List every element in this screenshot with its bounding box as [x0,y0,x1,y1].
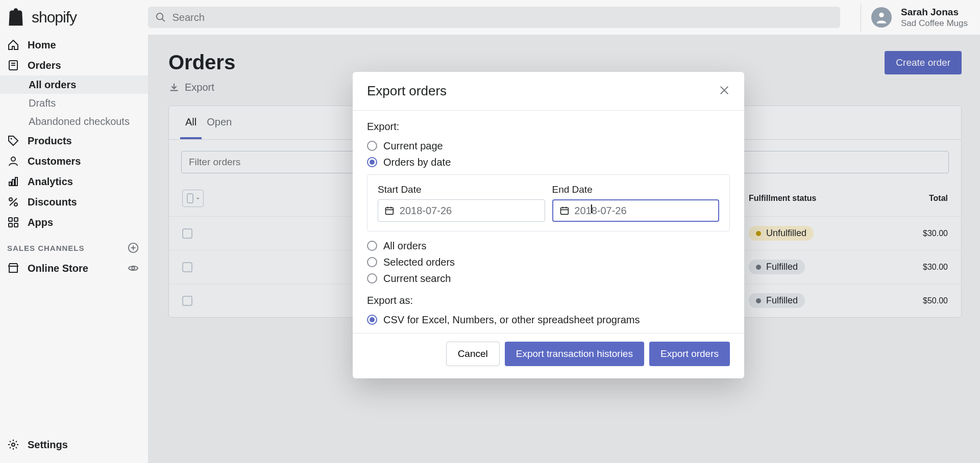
radio-icon [367,315,377,325]
svg-point-0 [157,13,163,20]
text-cursor-icon: I [590,202,594,216]
logo[interactable]: shopify [0,0,148,35]
avatar [871,7,892,28]
svg-line-13 [10,198,17,205]
sales-channels-label: SALES CHANNELS [7,244,85,252]
svg-rect-10 [15,177,17,186]
sidebar-item-discounts[interactable]: Discounts [0,192,148,212]
svg-rect-15 [14,218,18,221]
radio-icon [367,241,377,251]
sidebar-label: Settings [28,439,68,451]
radio-icon [367,141,377,151]
sidebar-item-orders[interactable]: Orders [0,55,148,75]
topbar-divider [861,3,861,32]
export-orders-modal: Export orders Export: Current page Order… [353,72,744,378]
end-date-col: End Date I [552,184,720,222]
modal-body: Export: Current page Orders by date Star… [353,111,744,333]
sidebar-label: Customers [28,156,81,167]
export-as-label: Export as: [367,295,730,306]
radio-orders-by-date[interactable]: Orders by date [367,154,730,170]
start-date-value[interactable] [400,205,538,217]
svg-rect-9 [12,179,14,186]
date-range-panel: Start Date End Date I [367,174,730,232]
end-date-value[interactable] [574,205,712,217]
store-icon [7,262,19,274]
radio-selected-orders[interactable]: Selected orders [367,254,730,270]
sidebar-item-products[interactable]: Products [0,131,148,151]
sidebar-item-apps[interactable]: Apps [0,212,148,233]
tag-icon [7,135,19,147]
svg-rect-17 [14,223,18,227]
radio-current-page[interactable]: Current page [367,138,730,154]
sidebar-sub-all-orders[interactable]: All orders [0,75,148,94]
svg-point-11 [9,198,12,201]
person-icon [7,155,19,167]
sidebar-sub-drafts[interactable]: Drafts [0,94,148,112]
analytics-icon [7,175,19,188]
start-date-col: Start Date [378,184,545,222]
sidebar-item-analytics[interactable]: Analytics [0,171,148,192]
radio-icon [367,157,377,167]
svg-point-12 [14,203,17,206]
modal-footer: Cancel Export transaction histories Expo… [353,333,744,378]
export-section-label: Export: [367,121,730,133]
export-orders-button[interactable]: Export orders [649,342,730,366]
sidebar-item-home[interactable]: Home [0,35,148,55]
sidebar-label: Home [28,39,56,51]
svg-line-1 [162,19,164,21]
svg-rect-25 [385,208,393,214]
end-date-label: End Date [552,184,720,195]
add-channel-icon[interactable] [128,242,139,253]
sidebar-label: Apps [28,217,53,228]
end-date-input[interactable]: I [552,199,720,222]
sales-channels-header: SALES CHANNELS [0,238,148,258]
user-name: Sarah Jonas [901,6,968,18]
main: Orders Create order Export All Open Fulf… [148,35,980,463]
svg-rect-29 [560,208,568,214]
logo-word: shopify [32,9,77,26]
radio-current-search[interactable]: Current search [367,270,730,287]
shopify-bag-icon [7,8,24,27]
gear-icon [7,439,19,451]
svg-point-2 [879,13,884,17]
sidebar-sub-abandoned[interactable]: Abandoned checkouts [0,112,148,131]
user-menu[interactable]: Sarah Jonas Sad Coffee Mugs [871,6,980,29]
global-search[interactable] [148,7,840,28]
sidebar: Home Orders All orders Drafts Abandoned … [0,35,148,463]
percent-icon [7,196,19,208]
radio-csv-excel[interactable]: CSV for Excel, Numbers, or other spreads… [367,312,730,328]
store-name: Sad Coffee Mugs [901,18,968,29]
svg-rect-14 [9,218,12,221]
calendar-icon [384,205,395,216]
export-histories-button[interactable]: Export transaction histories [505,342,644,366]
sidebar-label: Orders [28,60,61,71]
start-date-input[interactable] [378,199,545,222]
orders-icon [7,59,19,71]
sidebar-label: Discounts [28,196,77,208]
start-date-label: Start Date [378,184,545,195]
sidebar-item-settings[interactable]: Settings [0,434,148,455]
apps-icon [7,216,19,228]
radio-all-orders[interactable]: All orders [367,238,730,254]
topbar: shopify Sarah Jonas Sad Coffee Mugs [0,0,980,35]
close-icon [719,85,730,96]
svg-point-6 [11,138,12,140]
avatar-icon [874,10,889,24]
sidebar-label: Analytics [28,176,73,188]
radio-icon [367,273,377,284]
modal-title: Export orders [367,83,447,99]
calendar-icon [559,205,570,216]
sidebar-item-customers[interactable]: Customers [0,151,148,171]
svg-rect-16 [9,223,12,227]
svg-point-21 [132,267,135,270]
sidebar-item-online-store[interactable]: Online Store [0,258,148,278]
cancel-button[interactable]: Cancel [446,342,500,366]
modal-header: Export orders [353,72,744,111]
eye-icon[interactable] [128,263,139,274]
svg-rect-8 [9,182,11,186]
close-button[interactable] [719,85,730,97]
svg-point-22 [12,443,15,446]
search-input[interactable] [172,12,840,23]
home-icon [7,39,19,51]
svg-point-7 [11,157,15,161]
